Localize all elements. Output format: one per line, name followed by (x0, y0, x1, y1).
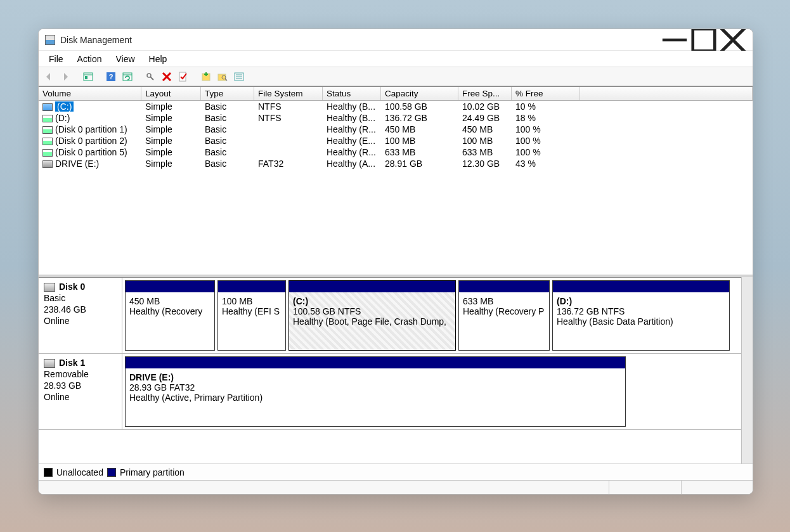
partition-size: 100 MB (222, 296, 282, 306)
disk-info: Disk 0Basic238.46 GBOnline (39, 278, 122, 353)
volume-icon (42, 103, 53, 111)
refresh-button[interactable] (120, 69, 135, 84)
minimize-button[interactable] (660, 30, 689, 49)
menu-view[interactable]: View (109, 53, 141, 65)
partition-name: DRIVE (E:) (129, 372, 621, 382)
column-header-file-system[interactable]: File System (254, 87, 323, 100)
maximize-button[interactable] (689, 30, 718, 49)
menubar: File Action View Help (39, 51, 753, 67)
disk-row[interactable]: Disk 1Removable28.93 GBOnlineDRIVE (E:)2… (39, 354, 741, 430)
volume-name: (D:) (55, 113, 70, 123)
app-icon (45, 35, 55, 45)
partition-status: Healthy (Basic Data Partition) (557, 316, 725, 327)
delete-button[interactable] (159, 69, 174, 84)
partition-status: Healthy (Active, Primary Partition) (129, 393, 621, 403)
settings-icon[interactable] (143, 69, 158, 84)
statusbar (39, 480, 753, 494)
svg-line-12 (150, 77, 153, 80)
volume-row[interactable]: (C:)SimpleBasicNTFSHealthy (B...100.58 G… (39, 101, 753, 112)
new-button[interactable] (198, 69, 214, 84)
window: Disk Management File Action View Help ? (38, 29, 753, 495)
titlebar[interactable]: Disk Management (39, 29, 753, 51)
partition[interactable]: (D:)136.72 GB NTFSHealthy (Basic Data Pa… (552, 280, 730, 351)
partition-size: 100.58 GB NTFS (293, 306, 451, 316)
menu-action[interactable]: Action (71, 53, 108, 65)
partition[interactable]: (C:)100.58 GB NTFSHealthy (Boot, Page Fi… (288, 280, 456, 351)
legend-primary-swatch (107, 468, 116, 477)
column-header-capacity[interactable]: Capacity (381, 87, 458, 100)
forward-button[interactable] (58, 69, 73, 84)
partition-status: Healthy (Recovery P (463, 306, 545, 316)
legend-unallocated-label: Unallocated (56, 467, 103, 477)
close-button[interactable] (718, 30, 748, 49)
content: VolumeLayoutTypeFile SystemStatusCapacit… (39, 86, 753, 480)
volume-row[interactable]: (Disk 0 partition 1)SimpleBasicHealthy (… (39, 124, 753, 135)
volume-row[interactable]: (Disk 0 partition 2)SimpleBasicHealthy (… (39, 135, 753, 146)
volume-name: (C:) (55, 101, 74, 112)
volume-icon (42, 138, 53, 145)
legend-unallocated-swatch (44, 468, 53, 477)
properties-button[interactable] (176, 69, 191, 84)
partition[interactable]: 633 MBHealthy (Recovery P (458, 280, 550, 351)
partition[interactable]: DRIVE (E:)28.93 GB FAT32Healthy (Active,… (125, 356, 626, 427)
column-header-free-sp-[interactable]: Free Sp... (458, 87, 512, 100)
svg-rect-6 (85, 76, 87, 79)
volume-row[interactable]: DRIVE (E:)SimpleBasicFAT32Healthy (A...2… (39, 158, 753, 169)
disk-row[interactable]: Disk 0Basic238.46 GBOnline450 MBHealthy … (39, 278, 741, 354)
volume-row[interactable]: (D:)SimpleBasicNTFSHealthy (B...136.72 G… (39, 112, 753, 124)
partition-size: 136.72 GB NTFS (557, 306, 725, 316)
svg-text:?: ? (109, 73, 113, 81)
legend-primary-label: Primary partition (120, 467, 185, 477)
volume-name: (Disk 0 partition 2) (55, 136, 127, 146)
partition-status: Healthy (Recovery (129, 306, 210, 316)
column-header-volume[interactable]: Volume (39, 87, 141, 100)
volume-row[interactable]: (Disk 0 partition 5)SimpleBasicHealthy (… (39, 146, 753, 158)
partition[interactable]: 100 MBHealthy (EFI S (217, 280, 286, 351)
help-button[interactable]: ? (103, 69, 119, 84)
disk-graphic-pane[interactable]: Disk 0Basic238.46 GBOnline450 MBHealthy … (39, 277, 741, 464)
volume-name: DRIVE (E:) (55, 159, 99, 169)
column-header-layout[interactable]: Layout (141, 87, 201, 100)
volume-icon (42, 149, 53, 157)
partition[interactable]: 450 MBHealthy (Recovery (125, 280, 215, 351)
menu-help[interactable]: Help (143, 53, 174, 65)
partition-size: 633 MB (463, 296, 545, 306)
find-button[interactable] (215, 69, 230, 84)
disk-title: Disk 1 (59, 358, 85, 368)
partition-status: Healthy (EFI S (222, 306, 282, 316)
volume-icon (42, 160, 53, 168)
menu-file[interactable]: File (42, 53, 70, 65)
disk-info: Disk 1Removable28.93 GBOnline (39, 354, 122, 429)
partition-name: (D:) (557, 296, 725, 306)
disk-title: Disk 0 (59, 282, 85, 292)
show-hide-console-button[interactable] (81, 69, 96, 84)
partition-status: Healthy (Boot, Page File, Crash Dump, (293, 316, 451, 327)
partition-size: 28.93 GB FAT32 (129, 382, 621, 393)
volume-name: (Disk 0 partition 1) (55, 124, 127, 134)
volume-icon (42, 126, 53, 134)
disk-icon (44, 283, 55, 292)
column-header--free[interactable]: % Free (512, 87, 580, 100)
legend: Unallocated Primary partition (39, 464, 753, 480)
volume-name: (Disk 0 partition 5) (55, 147, 127, 157)
svg-rect-1 (693, 29, 715, 51)
back-button[interactable] (41, 69, 56, 84)
svg-rect-9 (123, 73, 132, 81)
volume-grid[interactable]: VolumeLayoutTypeFile SystemStatusCapacit… (39, 87, 753, 277)
partition-name: (C:) (293, 296, 451, 306)
toolbar: ? (39, 67, 753, 86)
vertical-scrollbar[interactable] (741, 277, 753, 464)
window-title: Disk Management (60, 35, 132, 45)
column-header-type[interactable]: Type (201, 87, 254, 100)
disk-icon (44, 359, 55, 368)
column-header-status[interactable]: Status (323, 87, 381, 100)
list-button[interactable] (231, 69, 247, 84)
volume-icon (42, 115, 53, 122)
partition-size: 450 MB (129, 296, 210, 306)
svg-rect-15 (179, 72, 186, 81)
